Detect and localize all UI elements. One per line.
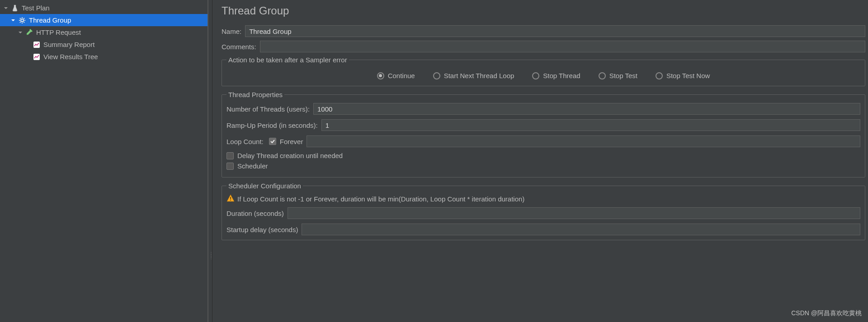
duration-input[interactable] [288, 207, 860, 219]
tree-item-summary-report[interactable]: Summary Report [0, 38, 208, 51]
radio-label: Stop Test [609, 72, 637, 79]
scheduler-config-legend: Scheduler Configuration [226, 182, 303, 190]
pipette-icon [24, 29, 34, 36]
radio-label: Continue [388, 72, 415, 79]
chevron-down-icon[interactable] [3, 6, 9, 10]
startup-delay-label: Startup delay (seconds) [226, 226, 298, 233]
loop-count-label: Loop Count: [226, 138, 264, 145]
radio-stop-test[interactable]: Stop Test [599, 72, 637, 79]
forever-label: Forever [280, 138, 303, 145]
sampler-error-group: Action to be taken after a Sampler error… [222, 56, 865, 86]
comments-input[interactable] [260, 41, 865, 52]
beaker-icon [10, 5, 20, 12]
radio-icon [433, 72, 440, 79]
tree-label: Summary Report [43, 41, 94, 48]
tree-label: Test Plan [22, 4, 50, 12]
radio-label: Start Next Thread Loop [444, 72, 514, 79]
svg-line-5 [20, 18, 21, 19]
tree-label: View Results Tree [43, 53, 98, 61]
delay-thread-checkbox[interactable]: Delay Thread creation until needed [226, 152, 860, 159]
splitter-handle[interactable]: ⋮⋮⋮ [208, 0, 212, 322]
comments-label: Comments: [222, 43, 256, 51]
loop-count-input[interactable] [307, 135, 860, 147]
chart-icon [32, 53, 42, 61]
radio-label: Stop Thread [543, 72, 580, 79]
thread-properties-group: Thread Properties Number of Threads (use… [222, 91, 865, 177]
radio-stop-test-now[interactable]: Stop Test Now [656, 72, 710, 79]
ramp-up-label: Ramp-Up Period (in seconds): [226, 121, 318, 129]
splitter-grip-icon: ⋮⋮⋮ [209, 252, 213, 259]
chevron-down-icon[interactable] [17, 30, 24, 35]
startup-delay-input[interactable] [302, 224, 860, 235]
svg-line-8 [24, 18, 25, 19]
radio-start-next-loop[interactable]: Start Next Thread Loop [433, 72, 514, 79]
scheduler-checkbox[interactable]: Scheduler [226, 162, 860, 170]
tree-item-test-plan[interactable]: Test Plan [0, 2, 208, 14]
radio-stop-thread[interactable]: Stop Thread [532, 72, 580, 79]
tree-item-http-request[interactable]: HTTP Request [0, 26, 208, 38]
tree-label: Thread Group [29, 16, 71, 24]
num-threads-input[interactable] [313, 103, 860, 115]
svg-point-0 [21, 19, 24, 22]
ramp-up-input[interactable] [321, 119, 860, 131]
radio-label: Stop Test Now [666, 72, 710, 79]
scheduler-label: Scheduler [237, 162, 268, 170]
tree-label: HTTP Request [36, 28, 81, 36]
name-input[interactable] [245, 25, 865, 37]
checkbox-icon [226, 152, 234, 159]
svg-rect-12 [230, 200, 231, 201]
delay-thread-label: Delay Thread creation until needed [237, 152, 343, 159]
forever-checkbox[interactable]: Forever [269, 138, 303, 145]
gear-icon [17, 17, 27, 24]
tree-panel: Test Plan Thread Group HTTP Request Summ… [0, 0, 208, 322]
name-label: Name: [222, 28, 241, 35]
chart-icon [32, 41, 42, 48]
radio-continue[interactable]: Continue [377, 72, 415, 79]
svg-rect-11 [230, 197, 231, 199]
radio-icon [599, 72, 606, 79]
thread-properties-legend: Thread Properties [226, 91, 284, 98]
scheduler-warning-text: If Loop Count is not -1 or Forever, dura… [237, 195, 524, 203]
radio-icon [377, 72, 384, 79]
sampler-error-legend: Action to be taken after a Sampler error [226, 56, 349, 64]
tree-item-view-results-tree[interactable]: View Results Tree [0, 51, 208, 63]
page-title: Thread Group [222, 5, 865, 17]
chevron-down-icon[interactable] [10, 18, 16, 23]
checkbox-icon [269, 138, 276, 145]
num-threads-label: Number of Threads (users): [226, 105, 310, 113]
radio-icon [656, 72, 663, 79]
warning-icon [226, 194, 235, 204]
tree-item-thread-group[interactable]: Thread Group [0, 14, 208, 26]
svg-line-7 [20, 22, 21, 23]
content-panel: Thread Group Name: Comments: Action to b… [212, 0, 868, 322]
scheduler-config-group: Scheduler Configuration If Loop Count is… [222, 182, 865, 240]
radio-icon [532, 72, 539, 79]
duration-label: Duration (seconds) [226, 210, 284, 217]
checkbox-icon [226, 163, 234, 170]
svg-line-6 [24, 22, 25, 23]
